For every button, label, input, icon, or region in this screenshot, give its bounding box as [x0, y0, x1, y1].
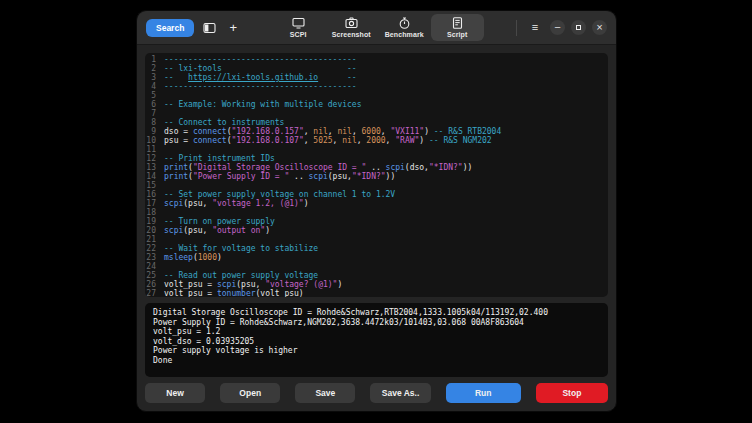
line-number: 27 [145, 289, 164, 297]
console-line: Power Supply ID = Rohde&Schwarz,NGM202,3… [153, 318, 600, 328]
code-editor[interactable]: 1---------------------------------------… [145, 53, 608, 297]
save-as-button[interactable]: Save As.. [370, 383, 430, 403]
line-number: 15 [145, 181, 164, 190]
line-number: 17 [145, 199, 164, 208]
line-number: 2 [145, 64, 164, 73]
line-number: 5 [145, 91, 164, 100]
plus-icon: + [230, 21, 238, 34]
code-text: -- Read out power supply voltage [164, 271, 318, 280]
code-line: 19-- Turn on power supply [145, 217, 608, 226]
code-line: 3-- https://lxi-tools.github.io -- [145, 73, 608, 82]
maximize-icon [576, 25, 581, 30]
console-line: volt_psu = 1.2 [153, 327, 600, 337]
console-output[interactable]: Digital Storage Oscilloscope ID = Rohde&… [145, 303, 608, 377]
minimize-button[interactable]: − [550, 20, 565, 35]
new-tab-button[interactable]: + [224, 19, 242, 37]
code-line: 6-- Example: Working with multiple devic… [145, 100, 608, 109]
run-button[interactable]: Run [446, 383, 521, 403]
line-number: 8 [145, 118, 164, 127]
code-text: volt_psu = scpi(psu, "voltage? (@1)") [164, 280, 342, 289]
window-body: 1---------------------------------------… [137, 45, 616, 411]
code-line: 7 [145, 109, 608, 118]
line-number: 13 [145, 163, 164, 172]
open-button[interactable]: Open [220, 383, 280, 403]
console-line: Done [153, 356, 600, 366]
code-text: ---------------------------------------- [164, 82, 357, 91]
tab-label: Script [447, 31, 467, 38]
line-number: 3 [145, 73, 164, 82]
code-text: -- Turn on power supply [164, 217, 275, 226]
header-bar: Search + [137, 11, 616, 45]
search-button[interactable]: Search [146, 19, 194, 37]
line-number: 20 [145, 226, 164, 235]
line-number: 1 [145, 55, 164, 64]
maximize-button[interactable] [571, 20, 586, 35]
save-button[interactable]: Save [295, 383, 355, 403]
line-number: 22 [145, 244, 164, 253]
lxi-tools-window: Search + [136, 10, 617, 412]
console-line: Digital Storage Oscilloscope ID = Rohde&… [153, 308, 600, 318]
tab-benchmark[interactable]: Benchmark [378, 14, 431, 41]
tab-scpi[interactable]: SCPI [272, 14, 325, 41]
line-number: 18 [145, 208, 164, 217]
line-number: 24 [145, 262, 164, 271]
code-text: print("Power Supply ID = " .. scpi(psu,"… [164, 172, 395, 181]
code-line: 25-- Read out power supply voltage [145, 271, 608, 280]
tab-script[interactable]: Script [431, 14, 484, 41]
code-text: print("Digital Storage Oscilloscope ID =… [164, 163, 472, 172]
code-text: -- Print instrument IDs [164, 154, 275, 163]
code-line: 12-- Print instrument IDs [145, 154, 608, 163]
code-area: 1---------------------------------------… [145, 55, 608, 297]
tab-label: Screenshot [332, 31, 371, 38]
line-number: 4 [145, 82, 164, 91]
hamburger-menu-icon: ≡ [532, 22, 538, 33]
action-bar: New Open Save Save As.. Run Stop [145, 383, 608, 403]
code-text: msleep(1000) [164, 253, 222, 262]
code-line: 13print("Digital Storage Oscilloscope ID… [145, 163, 608, 172]
code-line: 17scpi(psu, "voltage 1.2, (@1)") [145, 199, 608, 208]
new-button[interactable]: New [145, 383, 205, 403]
code-line: 21 [145, 235, 608, 244]
sidebar-toggle-button[interactable] [200, 19, 218, 37]
code-line: 23msleep(1000) [145, 253, 608, 262]
code-line: 4---------------------------------------… [145, 82, 608, 91]
script-icon [451, 17, 464, 29]
code-text: ---------------------------------------- [164, 55, 357, 64]
code-line: 8-- Connect to instruments [145, 118, 608, 127]
minimize-icon: − [554, 23, 561, 32]
code-line: 11 [145, 145, 608, 154]
code-line: 26volt_psu = scpi(psu, "voltage? (@1)") [145, 280, 608, 289]
tab-label: Benchmark [385, 31, 424, 38]
line-number: 19 [145, 217, 164, 226]
header-separator [516, 20, 517, 36]
stopwatch-icon [398, 17, 411, 29]
camera-icon [345, 17, 358, 29]
code-text: scpi(psu, "output on") [164, 226, 270, 235]
desktop-background: Search + [0, 0, 752, 423]
code-line: 10psu = connect("192.168.0.107", 5025, n… [145, 136, 608, 145]
code-text: -- Example: Working with multiple device… [164, 100, 361, 109]
tab-screenshot[interactable]: Screenshot [325, 14, 378, 41]
line-number: 21 [145, 235, 164, 244]
line-number: 23 [145, 253, 164, 262]
line-number: 7 [145, 109, 164, 118]
code-line: 14print("Power Supply ID = " .. scpi(psu… [145, 172, 608, 181]
console-line: Power supply voltage is higher [153, 346, 600, 356]
line-number: 12 [145, 154, 164, 163]
code-line: 22-- Wait for voltage to stabilize [145, 244, 608, 253]
line-number: 6 [145, 100, 164, 109]
line-number: 11 [145, 145, 164, 154]
code-line: 2-- lxi-tools -- [145, 64, 608, 73]
close-button[interactable]: × [592, 20, 607, 35]
console-line: volt_dso = 0.03935205 [153, 337, 600, 347]
line-number: 26 [145, 280, 164, 289]
code-text: volt_psu = tonumber(volt_psu) [164, 289, 304, 297]
line-number: 9 [145, 127, 164, 136]
tab-label: SCPI [290, 31, 307, 38]
stop-button[interactable]: Stop [536, 383, 608, 403]
menu-button[interactable]: ≡ [526, 19, 544, 37]
line-number: 10 [145, 136, 164, 145]
code-line: 24 [145, 262, 608, 271]
code-line: 15 [145, 181, 608, 190]
line-number: 14 [145, 172, 164, 181]
